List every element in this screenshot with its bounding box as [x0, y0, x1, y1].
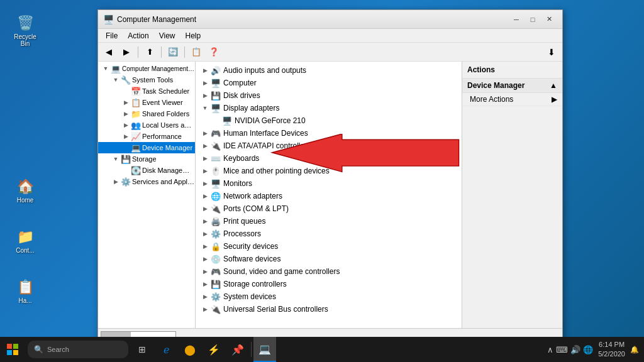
dev-expand-icon: ▶: [201, 154, 209, 163]
tree-performance[interactable]: ▶ 📈 Performance: [98, 131, 195, 142]
actions-section[interactable]: Device Manager ▲: [462, 79, 562, 93]
taskbar-app-chrome[interactable]: ⬤: [179, 337, 201, 362]
forward-button[interactable]: ▶: [118, 45, 135, 60]
close-button[interactable]: ✕: [541, 13, 557, 26]
dev-label: Sound, video and game controllers: [221, 267, 340, 276]
security-icon: 🔒: [211, 241, 221, 251]
refresh-button[interactable]: 🔄: [165, 45, 181, 60]
dev-sound[interactable]: ▶ 🎮 Sound, video and game controllers: [196, 265, 462, 278]
tree-label: Performance: [141, 133, 182, 140]
tree-task-scheduler[interactable]: 📅 Task Scheduler: [98, 85, 195, 97]
actions-collapse-icon: ▲: [550, 81, 557, 90]
desktop-icon-cont[interactable]: 📁 Cont...: [6, 226, 44, 256]
expand-icon: [121, 143, 131, 153]
more-actions-item[interactable]: More Actions ▶: [462, 93, 562, 106]
taskbar-app-edge[interactable]: ℯ: [155, 337, 177, 362]
dev-expand-icon: ▶: [201, 255, 209, 263]
dev-software[interactable]: ▶ 💿 Software devices: [196, 253, 462, 265]
dev-usb[interactable]: ▶ 🔌 Universal Serial Bus controllers: [196, 303, 462, 315]
dev-expand-icon: ▶: [201, 179, 209, 188]
dev-print[interactable]: ▶ 🖨️ Print queues: [196, 215, 462, 228]
tree-computer-mgmt[interactable]: ▼ 💻 Computer Management (Local: [98, 63, 195, 74]
tools-icon: 🔧: [121, 75, 131, 85]
menu-view[interactable]: View: [154, 30, 180, 41]
dev-processors[interactable]: ▶ ⚙️ Processors: [196, 228, 462, 240]
dev-audio[interactable]: ▶ 🔊 Audio inputs and outputs: [196, 64, 462, 77]
tree-label: Shared Folders: [141, 110, 189, 118]
tree-disk-mgmt[interactable]: 💽 Disk Management: [98, 165, 195, 176]
minimize-button[interactable]: ─: [508, 13, 525, 26]
storage-icon: 💾: [121, 154, 131, 164]
tree-label: Event Viewer: [141, 99, 183, 106]
help-toolbar-button[interactable]: ❓: [206, 45, 222, 60]
tray-arrow[interactable]: ∧: [547, 345, 553, 354]
clock[interactable]: 6:14 PM 5/2/2020: [598, 340, 625, 359]
expand-icon: [121, 165, 131, 175]
taskbar-task-view: ⊞ ℯ ⬤ ⚡ 📌: [131, 337, 249, 362]
maximize-button[interactable]: □: [525, 13, 541, 26]
tree-shared-folders[interactable]: ▶ 📁 Shared Folders: [98, 108, 195, 119]
taskbar-divider: [251, 342, 252, 357]
tree-services[interactable]: ▶ ⚙️ Services and Applications: [98, 176, 195, 187]
window-icon: 🖥️: [103, 14, 113, 25]
dev-disk[interactable]: ▶ 💾 Disk drives: [196, 89, 462, 102]
dev-expand-icon: ▶: [201, 79, 209, 87]
devmgr-icon: 💻: [131, 143, 141, 153]
taskbar-app-pin[interactable]: 📌: [226, 337, 249, 362]
menu-file[interactable]: File: [101, 30, 123, 41]
left-panel: ▼ 💻 Computer Management (Local ▼ 🔧 Syste…: [98, 62, 196, 328]
dev-ide[interactable]: ▶ 🔌 IDE ATA/ATAPI controllers: [196, 140, 462, 152]
dev-label: Disk drives: [221, 91, 260, 100]
tree-device-manager[interactable]: 💻 Device Manager: [98, 142, 195, 153]
dev-expand-icon: ▶: [201, 280, 209, 288]
taskbar-active-app[interactable]: 💻: [253, 337, 276, 362]
dev-system[interactable]: ▶ ⚙️ System devices: [196, 290, 462, 303]
actions-section-label: Device Manager: [467, 81, 525, 90]
menu-help[interactable]: Help: [180, 30, 206, 41]
notification-icon[interactable]: 🔔: [630, 346, 639, 354]
dev-expand-icon: ▶: [201, 305, 209, 314]
desktop-icon-ha[interactable]: 📋 Ha...: [6, 277, 44, 307]
desktop-icon-recycle[interactable]: 🗑️ Recycle Bin: [6, 13, 44, 50]
tray-keyboard[interactable]: ⌨: [556, 345, 568, 354]
perf-icon: 📈: [131, 131, 141, 141]
taskbar-app-unknown[interactable]: ⚡: [203, 337, 225, 362]
desktop-icon-label: Recycle Bin: [9, 33, 42, 47]
dev-keyboard[interactable]: ▶ ⌨️ Keyboards: [196, 152, 462, 165]
dev-computer[interactable]: ▶ 🖥️ Computer: [196, 77, 462, 89]
network-icon: 🌐: [211, 191, 221, 201]
expand-icon: ▼: [101, 63, 111, 74]
dev-monitors[interactable]: ▶ 🖥️ Monitors: [196, 177, 462, 190]
dev-mice[interactable]: ▶ 🖱️ Mice and other pointing devices: [196, 165, 462, 177]
tray-volume[interactable]: 🔊: [570, 345, 580, 354]
system-tray: ∧ ⌨ 🔊 🌐: [547, 345, 593, 354]
dev-network[interactable]: ▶ 🌐 Network adapters: [196, 190, 462, 202]
audio-icon: 🔊: [211, 65, 221, 75]
properties-button[interactable]: 📋: [188, 45, 204, 60]
tray-network[interactable]: 🌐: [583, 345, 593, 354]
tree-storage[interactable]: ▼ 💾 Storage: [98, 153, 195, 165]
tree-system-tools[interactable]: ▼ 🔧 System Tools: [98, 74, 195, 85]
ide-icon: 🔌: [211, 141, 221, 151]
task-view-button[interactable]: ⊞: [131, 337, 153, 362]
dev-display[interactable]: ▼ 🖥️ Display adapters: [196, 102, 462, 114]
taskbar-search[interactable]: 🔍 Search: [28, 341, 128, 358]
tree-event-viewer[interactable]: ▶ 📋 Event Viewer: [98, 97, 195, 108]
dev-nvidia[interactable]: 🖥️ NVIDIA GeForce 210: [196, 114, 462, 127]
mouse-icon: 🖱️: [211, 166, 221, 176]
dev-expand-icon: ▶: [201, 204, 209, 213]
start-button[interactable]: [0, 337, 25, 362]
tree-local-users[interactable]: ▶ 👥 Local Users and Groups: [98, 119, 195, 131]
expand-icon: ▶: [121, 109, 131, 119]
dev-security[interactable]: ▶ 🔒 Security devices: [196, 240, 462, 253]
dev-expand-icon: ▶: [201, 192, 209, 200]
desktop-icon-home[interactable]: 🏠 Home: [6, 176, 44, 206]
menu-action[interactable]: Action: [123, 30, 153, 41]
dev-ports[interactable]: ▶ 🔌 Ports (COM & LPT): [196, 202, 462, 215]
dev-storage-ctrl[interactable]: ▶ 💾 Storage controllers: [196, 278, 462, 290]
dev-hid[interactable]: ▶ 🎮 Human Interface Devices: [196, 127, 462, 140]
up-button[interactable]: ⬆: [142, 45, 158, 60]
scroll-down-button[interactable]: ⬇: [543, 45, 560, 60]
back-button[interactable]: ◀: [101, 45, 117, 60]
title-bar: 🖥️ Computer Management ─ □ ✕: [98, 10, 562, 29]
